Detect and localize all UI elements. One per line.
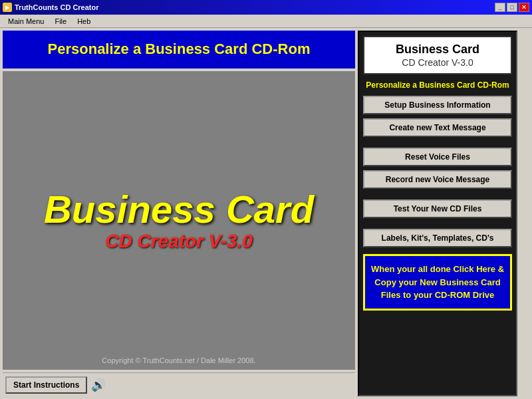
menu-main[interactable]: Main Menu (3, 16, 49, 27)
cta-text: When your all done Click Here & Copy you… (370, 263, 505, 302)
left-header-text: Personalize a Business Card CD-Rom (48, 41, 311, 57)
right-box-title: Business Card (367, 43, 508, 57)
main-subtitle: CD Creator V-3.0 (105, 231, 252, 252)
left-header: Personalize a Business Card CD-Rom (3, 31, 355, 68)
reset-voice-files-button[interactable]: Reset Voice Files (363, 148, 512, 166)
speaker-icon: 🔊 (91, 378, 106, 392)
minimize-button[interactable]: _ (495, 3, 505, 12)
left-display: Business Card CD Creator V-3.0 Copyright… (3, 71, 355, 370)
right-panel: Business Card CD Creator V-3.0 Personali… (358, 31, 517, 396)
main-title-big: Business Card (44, 188, 314, 231)
window-controls: _ □ ✕ (495, 3, 529, 12)
main-content: Personalize a Business Card CD-Rom Busin… (0, 28, 532, 399)
setup-business-info-button[interactable]: Setup Business Information (363, 96, 512, 114)
cta-box[interactable]: When your all done Click Here & Copy you… (363, 254, 512, 311)
create-text-message-button[interactable]: Create new Text Message (363, 118, 512, 137)
right-box-sub: CD Creator V-3.0 (367, 57, 508, 68)
labels-kits-button[interactable]: Labels, Kit's, Templates, CD's (363, 229, 512, 247)
menu-bar: Main Menu File Heb (0, 15, 532, 28)
app-title: TruthCounts CD Creator (15, 3, 99, 11)
close-button[interactable]: ✕ (519, 3, 529, 12)
app-icon: ▶ (3, 3, 12, 12)
right-promo-text: Personalize a Business Card CD-Rom (363, 78, 512, 92)
menu-file[interactable]: File (49, 16, 72, 27)
test-cd-files-button[interactable]: Test Your New CD Files (363, 200, 512, 218)
record-voice-message-button[interactable]: Record new Voice Message (363, 170, 512, 189)
maximize-button[interactable]: □ (507, 3, 517, 12)
menu-heb[interactable]: Heb (72, 16, 96, 27)
bottom-bar: Start Instructions 🔊 (3, 372, 355, 396)
left-panel: Personalize a Business Card CD-Rom Busin… (3, 31, 355, 396)
right-top-box: Business Card CD Creator V-3.0 (363, 36, 512, 74)
start-instructions-button[interactable]: Start Instructions (5, 376, 87, 394)
copyright-text: Copyright © TruthCounts.net / Dale Mille… (102, 356, 255, 364)
title-bar: ▶ TruthCounts CD Creator _ □ ✕ (0, 0, 532, 15)
